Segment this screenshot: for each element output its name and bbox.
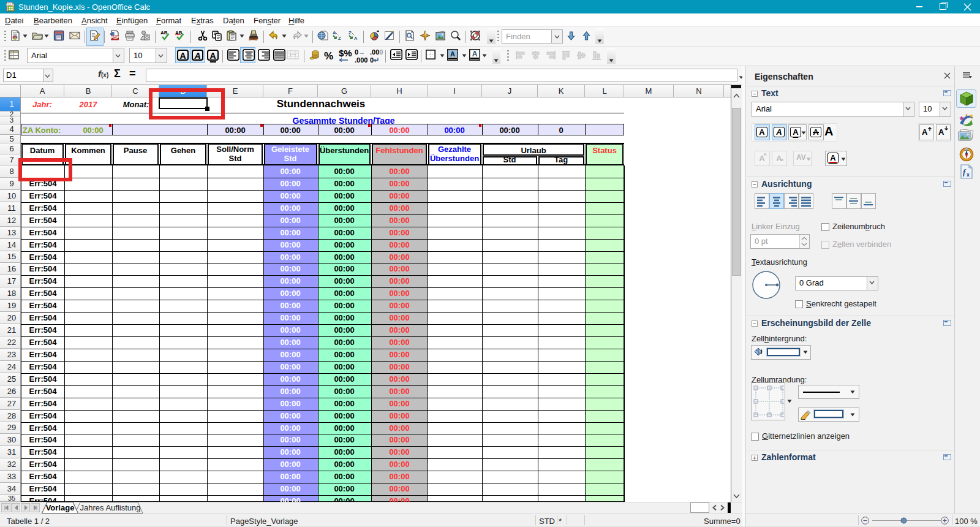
svg-text:PDF: PDF <box>111 36 119 40</box>
svg-text:Z: Z <box>338 36 341 41</box>
svg-text:AB: AB <box>160 30 168 36</box>
svg-text:Z: Z <box>349 30 352 36</box>
svg-text:A: A <box>354 36 358 41</box>
svg-text:A: A <box>472 50 478 58</box>
svg-text:A: A <box>450 50 455 58</box>
svg-text:N: N <box>965 148 968 151</box>
svg-text:x: x <box>967 172 970 178</box>
svg-text:A: A <box>333 30 336 36</box>
